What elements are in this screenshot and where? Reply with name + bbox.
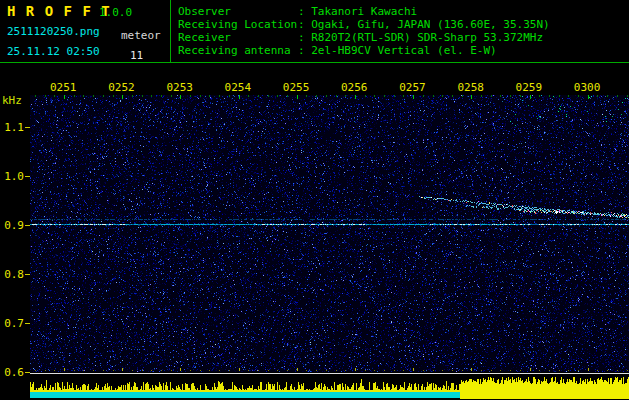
x-axis-label: 0258 [457,81,484,94]
header-divider-horizontal [0,62,629,63]
x-axis-label: 0254 [225,81,252,94]
hrofft-spectrogram-screen: H R O F F T 1.0.0 2511120250.png meteor … [0,0,629,400]
x-axis-label: 0259 [516,81,543,94]
y-axis-label: 0.8 [3,268,24,281]
app-version: 1.0.0 [99,6,132,19]
station-info-label: Receiving antenna [178,44,298,57]
app-title: H R O F F T [7,3,111,19]
output-filename: 2511120250.png [7,25,100,38]
station-info-label: Receiver [178,31,298,44]
y-axis-label: 1.0 [3,170,24,183]
x-axis-label: 0251 [50,81,77,94]
y-axis-unit: kHz [2,94,22,107]
station-info-label: Receiving Location [178,18,298,31]
station-info-row: Receiver: R820T2(RTL-SDR) SDR-Sharp 53.3… [178,31,543,44]
station-info-row: Receiving antenna: 2el-HB9CV Vertical (e… [178,44,497,57]
station-info-value: : Ogaki, Gifu, JAPAN (136.60E, 35.35N) [298,18,550,31]
y-axis-label: 0.7 [3,317,24,330]
station-info-row: Receiving Location: Ogaki, Gifu, JAPAN (… [178,18,550,31]
x-axis-label: 0255 [283,81,310,94]
header-divider-vertical [170,0,171,62]
spectrogram-canvas [30,95,629,372]
y-axis-label: 0.9 [3,219,24,232]
mode-label: meteor [121,29,161,42]
timestamp: 25.11.12 02:50 [7,45,100,58]
x-axis-label: 0253 [166,81,193,94]
station-info-label: Observer [178,5,298,18]
y-axis-label: 0.6 [3,366,24,379]
echo-count: 11 [130,49,143,62]
noise-level-bar-canvas [30,374,629,400]
x-axis-label: 0257 [399,81,426,94]
station-info-value: : Takanori Kawachi [298,5,417,18]
x-axis-label: 0252 [108,81,135,94]
station-info-row: Observer: Takanori Kawachi [178,5,417,18]
station-info-value: : R820T2(RTL-SDR) SDR-Sharp 53.372MHz [298,31,543,44]
x-axis-label: 0300 [574,81,601,94]
station-info-value: : 2el-HB9CV Vertical (el. E-W) [298,44,497,57]
y-axis-label: 1.1 [3,121,24,134]
x-axis-label: 0256 [341,81,368,94]
